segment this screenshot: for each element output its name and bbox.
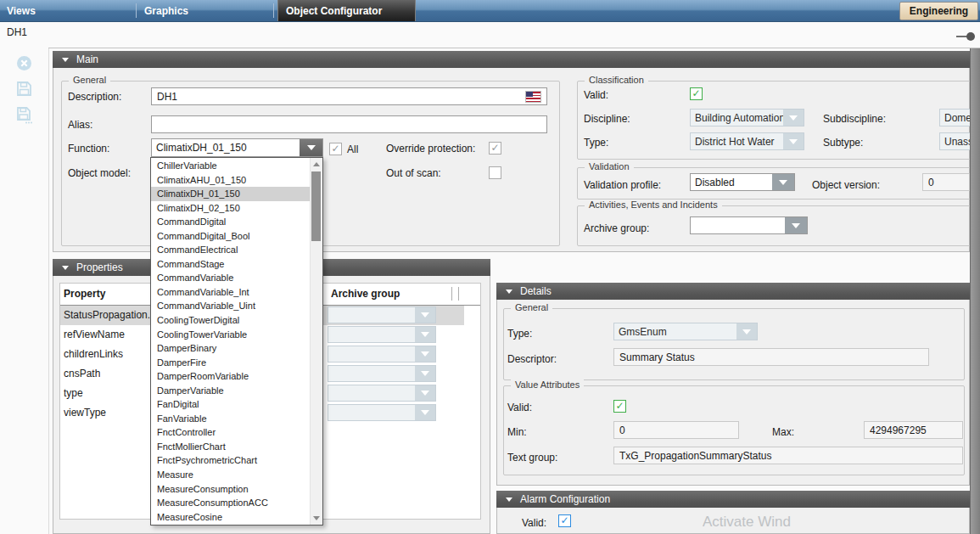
splitter-pin-icon[interactable] — [966, 32, 975, 41]
details-section-header[interactable]: Details — [496, 283, 970, 300]
dropdown-item[interactable]: CommandVariable_Int — [151, 285, 310, 300]
value-valid-checkbox[interactable] — [613, 400, 626, 413]
dropdown-item[interactable]: ClimatixAHU_01_150 — [151, 173, 310, 188]
out-of-scan-label: Out of scan: — [386, 167, 441, 179]
out-of-scan-checkbox[interactable] — [489, 166, 501, 179]
validation-legend: Validation — [585, 161, 634, 171]
dropdown-item[interactable]: FanVariable — [151, 412, 310, 426]
chevron-down-icon — [415, 405, 435, 420]
descriptor-label: Descriptor: — [507, 353, 557, 365]
property-cell[interactable]: refViewName — [64, 325, 125, 345]
archive-group-cell-value — [328, 366, 415, 381]
property-column-header[interactable]: Property — [64, 288, 105, 300]
dropdown-item[interactable]: Measure — [151, 468, 310, 482]
object-version-field: 0 — [922, 173, 970, 191]
alarm-valid-checkbox[interactable] — [558, 514, 571, 527]
property-cell[interactable]: childrenLinks — [64, 345, 123, 364]
dropdown-item[interactable]: FanDigital — [151, 397, 310, 412]
dropdown-item[interactable]: MeasureConsumptionACC — [151, 496, 310, 510]
divider — [48, 48, 980, 48]
object-version-label: Object version: — [812, 179, 880, 191]
dropdown-item[interactable]: MeasureConsumption — [151, 482, 310, 497]
dropdown-item[interactable]: CommandDigital — [151, 215, 310, 229]
function-dropdown-list: ChillerVariableClimatixAHU_01_150Climati… — [150, 157, 323, 526]
dropdown-item[interactable]: CommandElectrical — [151, 243, 310, 257]
function-value: ClimatixDH_01_150 — [152, 139, 300, 156]
dropdown-item[interactable]: FnctMollierChart — [151, 440, 310, 454]
properties-section-title: Properties — [76, 261, 123, 273]
validation-profile-combobox[interactable]: Disabled — [690, 173, 795, 191]
property-cell[interactable]: type — [64, 384, 83, 403]
dropdown-item[interactable]: CommandStage — [151, 257, 310, 272]
archive-group-combobox[interactable] — [690, 216, 808, 234]
dropdown-item[interactable]: ClimatixDH_01_150 — [151, 187, 310, 201]
value-valid-label: Valid: — [507, 402, 532, 413]
main-section-title: Main — [76, 53, 98, 65]
collapse-triangle-icon — [62, 266, 69, 270]
subtype-combobox: Unass — [939, 132, 973, 150]
vertical-scrollbar[interactable] — [970, 48, 980, 534]
dropdown-item[interactable]: FnctPsychrometricChart — [151, 453, 310, 468]
property-cell[interactable]: StatusPropagation. — [64, 306, 150, 325]
column-divider[interactable] — [458, 287, 459, 301]
dropdown-item[interactable]: DamperFire — [151, 356, 310, 370]
override-protection-label: Override protection: — [386, 143, 475, 155]
validation-profile-label: Validation profile: — [584, 179, 661, 191]
archive-group-cell-value — [328, 405, 415, 420]
max-label: Max: — [772, 426, 794, 438]
archive-group-cell-combobox — [328, 346, 436, 363]
alarm-section-title: Alarm Configuration — [520, 493, 610, 505]
object-configurator-screen: Views Graphics Object Configurator Engin… — [0, 0, 980, 534]
override-protection-checkbox[interactable] — [489, 142, 501, 155]
description-value: DH1 — [157, 91, 177, 103]
function-dropdown-items: ChillerVariableClimatixAHU_01_150Climati… — [151, 158, 310, 525]
object-model-label: Object model: — [68, 167, 131, 179]
tab-views[interactable]: Views — [7, 0, 36, 21]
dropdown-item[interactable]: CoolingTowerDigital — [151, 313, 310, 328]
chevron-down-icon[interactable] — [785, 217, 807, 233]
save-button[interactable] — [16, 81, 32, 97]
dropdown-item[interactable]: FnctController — [151, 425, 310, 440]
description-label: Description: — [68, 91, 121, 103]
alarm-section-header[interactable]: Alarm Configuration — [496, 491, 970, 508]
main-section-header[interactable]: Main — [53, 51, 970, 68]
tab-object-configurator[interactable]: Object Configurator — [277, 0, 416, 21]
tab-object-configurator-label: Object Configurator — [286, 5, 382, 17]
classification-valid-checkbox[interactable] — [690, 87, 703, 100]
chevron-down-icon[interactable] — [772, 174, 794, 190]
archive-group-column-header[interactable]: Archive group — [331, 288, 400, 300]
dropdown-item[interactable]: CoolingTowerVariable — [151, 328, 310, 342]
collapse-triangle-icon — [62, 58, 69, 62]
scroll-down-icon[interactable] — [313, 516, 320, 520]
dropdown-item[interactable]: ChillerVariable — [151, 159, 310, 173]
chevron-down-icon — [783, 110, 804, 126]
dropdown-item[interactable]: DamperBinary — [151, 341, 310, 356]
property-cell[interactable]: viewType — [64, 403, 106, 423]
function-combobox[interactable]: ClimatixDH_01_150 — [151, 138, 323, 157]
object-version-value: 0 — [928, 177, 934, 188]
all-checkbox[interactable] — [329, 143, 342, 155]
engineering-mode-button[interactable]: Engineering — [899, 2, 978, 20]
dropdown-item[interactable]: MeasureCosine — [151, 510, 310, 525]
dropdown-scrollbar[interactable] — [310, 158, 322, 525]
dropdown-item[interactable]: CommandVariable — [151, 271, 310, 285]
collapse-triangle-icon — [506, 289, 512, 294]
tab-graphics[interactable]: Graphics — [144, 0, 188, 21]
dropdown-item[interactable]: DamperRoomVariable — [151, 369, 310, 384]
dropdown-item[interactable]: CommandVariable_Uint — [151, 299, 310, 313]
save-as-button[interactable] — [16, 106, 32, 122]
column-divider[interactable] — [451, 287, 452, 301]
alias-input[interactable] — [151, 115, 547, 133]
engineering-label: Engineering — [910, 5, 968, 17]
property-cell[interactable]: cnsPath — [64, 364, 100, 384]
dropdown-item[interactable]: DamperVariable — [151, 384, 310, 398]
scrollbar-thumb[interactable] — [311, 171, 321, 241]
scroll-up-icon[interactable] — [313, 162, 320, 166]
chevron-down-icon[interactable] — [300, 139, 322, 156]
description-input[interactable]: DH1 — [151, 87, 547, 105]
dropdown-item[interactable]: CommandDigital_Bool — [151, 229, 310, 244]
tab-separator — [136, 3, 137, 18]
all-label: All — [347, 143, 358, 155]
dropdown-item[interactable]: ClimatixDH_02_150 — [151, 201, 310, 216]
discard-button[interactable] — [16, 55, 32, 71]
